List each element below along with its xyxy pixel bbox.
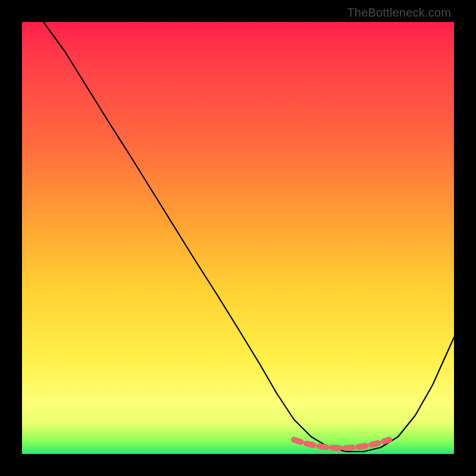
trough-marker — [294, 440, 389, 448]
chart-svg — [22, 22, 454, 454]
bottleneck-curve — [43, 22, 454, 452]
chart-frame: TheBottleneck.com — [0, 0, 476, 476]
plot-area — [22, 22, 454, 454]
attribution-label: TheBottleneck.com — [347, 6, 451, 20]
